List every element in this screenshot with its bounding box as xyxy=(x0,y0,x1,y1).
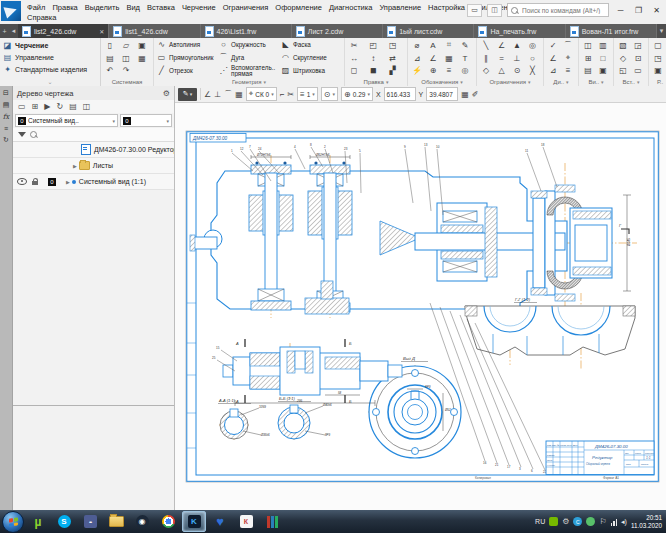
tab-list2-426[interactable]: list2_426.cdw ✕ xyxy=(18,24,109,38)
y-coordinate-field[interactable]: 39.4807 xyxy=(426,87,458,101)
move-icon[interactable]: ↔ xyxy=(347,52,361,65)
snap-perp-icon[interactable]: ⊥ xyxy=(214,90,221,99)
refresh-panel-icon[interactable]: ↻ xyxy=(3,136,9,144)
letter-dim-icon[interactable]: A xyxy=(426,39,440,52)
tolerance-icon[interactable]: ◎ xyxy=(458,65,472,78)
filter-funnel-icon[interactable] xyxy=(18,132,26,137)
taskbar-clock[interactable]: 20:51 11.03.2020 xyxy=(631,514,662,529)
preview-icon[interactable]: ◫ xyxy=(119,52,133,65)
menu-insert[interactable]: Вставка xyxy=(147,3,175,12)
section-view-icon[interactable]: ▥ xyxy=(596,39,610,52)
menu-settings[interactable]: Настройка xyxy=(428,3,465,12)
edit-mode-button[interactable]: ✎▾ xyxy=(178,88,197,101)
layer-filter-combo[interactable]: 0 ▾ xyxy=(120,114,172,127)
language-indicator[interactable]: RU xyxy=(535,518,545,525)
restore-button[interactable]: ❐ xyxy=(632,6,645,15)
mode-tab-drawing[interactable]: ◪ Черчение xyxy=(0,39,100,51)
leader-icon[interactable]: ⚡ xyxy=(410,65,424,78)
insert-corner-icon[interactable]: ◱ xyxy=(616,65,630,78)
measure-angle-icon[interactable]: ∠ xyxy=(546,52,560,65)
tab-1st-list[interactable]: 1ый лист.cdw xyxy=(383,24,474,38)
table-icon[interactable]: ▦ xyxy=(442,52,456,65)
tab-close-icon[interactable]: ✕ xyxy=(99,28,104,35)
filled-view-icon[interactable]: ▣ xyxy=(596,65,610,78)
trim-icon[interactable]: ✂ xyxy=(347,39,361,52)
params-panel-icon[interactable]: ▤ xyxy=(3,101,10,109)
datum-icon[interactable]: ⊕ xyxy=(426,65,440,78)
screen-mode-icon[interactable]: ◫ xyxy=(487,4,502,17)
copy-icon[interactable]: ◻ xyxy=(347,65,361,78)
gear-icon[interactable]: ⚙ xyxy=(163,89,170,98)
ortho-icon[interactable]: ⌐ xyxy=(280,90,285,99)
minimize-button[interactable]: ─ xyxy=(614,6,627,15)
tree-panel-icon[interactable]: ⊟ xyxy=(3,89,9,97)
corner-tool-icon[interactable]: ◳ xyxy=(651,52,665,65)
tree-tool-grid-icon[interactable]: ⊞ xyxy=(32,102,39,111)
modes-collapse-icon[interactable]: ⌄ xyxy=(0,78,100,86)
menu-select[interactable]: Выделить xyxy=(85,3,120,12)
view-filter-combo[interactable]: 0 Системный вид.. ▾ xyxy=(15,114,118,127)
redo-icon[interactable]: ↷ xyxy=(119,65,133,78)
command-search[interactable] xyxy=(507,3,609,17)
coordinate-system-combo[interactable]: ⌖СК 0▾ xyxy=(246,87,277,101)
tree-item-sheets[interactable]: ▶ Листы xyxy=(13,158,174,174)
frame-tool-icon[interactable]: ▢ xyxy=(651,39,665,52)
rounding-icon[interactable]: ▦ xyxy=(461,90,469,99)
tree-tool-image-icon[interactable]: ▤ xyxy=(69,102,77,111)
mode-tab-management[interactable]: ▤ Управление xyxy=(0,51,100,63)
start-button[interactable] xyxy=(2,511,24,533)
tool-fillet[interactable]: ◠Скругление xyxy=(280,52,340,65)
tool-chamfer[interactable]: ◣Фаска xyxy=(280,39,340,52)
sheet-icon[interactable]: ▤ xyxy=(581,65,595,78)
array-icon[interactable]: ◳ xyxy=(386,39,400,52)
tree-item-document[interactable]: ДМ426-07.30.00 Редуктор xyxy=(13,142,174,158)
menu-view[interactable]: Вид xyxy=(126,3,140,12)
menu-management[interactable]: Управление xyxy=(379,3,421,12)
measure-arc-icon[interactable]: ⌒ xyxy=(561,39,575,52)
menu-edit[interactable]: Правка xyxy=(52,3,77,12)
taskbar-heart-app[interactable]: ♥ xyxy=(208,511,232,532)
taskbar-winrar[interactable] xyxy=(260,511,284,532)
perpendicular-icon[interactable]: ⊥ xyxy=(510,52,524,65)
eyedropper-icon[interactable]: ✐ xyxy=(472,90,479,99)
roughness-icon[interactable]: ≡ xyxy=(442,65,456,78)
settings-tray-icon[interactable]: ⚙ xyxy=(562,517,569,526)
visibility-eye-icon[interactable] xyxy=(17,178,27,185)
taskbar-kompas-active[interactable]: K xyxy=(182,511,206,532)
tangent-icon[interactable]: ◎ xyxy=(526,39,540,52)
text-icon[interactable]: ✎ xyxy=(458,39,472,52)
tab-list1-426[interactable]: list1_426.cdw xyxy=(109,24,200,38)
taskbar-kompas-doc[interactable]: К xyxy=(234,511,258,532)
target-icon[interactable]: ⌖ xyxy=(561,52,575,65)
tab-vovan-itog[interactable]: Вован-Л1 итог.frw xyxy=(566,24,657,38)
diameter-dim-icon[interactable]: ⌀ xyxy=(410,39,424,52)
panel-divider[interactable] xyxy=(13,405,174,406)
concentric-icon[interactable]: ⊙ xyxy=(510,65,524,78)
tree-item-system-view[interactable]: 0 ▶ Системный вид (1:1) xyxy=(13,174,174,190)
insert-frame-icon[interactable]: ⊡ xyxy=(631,52,645,65)
tab-426-list1[interactable]: 426\List1.frw xyxy=(201,24,292,38)
triangle-constraint-icon[interactable]: △ xyxy=(495,65,509,78)
insert-fragment-icon[interactable]: ▧ xyxy=(616,39,630,52)
angle-constraint-icon[interactable]: ∠ xyxy=(495,39,509,52)
list-icon[interactable]: ≡ xyxy=(561,65,575,78)
mode-tab-standard-parts[interactable]: ✦ Стандартные изделия xyxy=(0,63,100,75)
fix-icon[interactable]: ▲ xyxy=(510,39,524,52)
tab-list-icon[interactable]: ▾ xyxy=(657,24,666,38)
insert-shape-icon[interactable]: ◇ xyxy=(616,52,630,65)
new-doc-icon[interactable]: ▯ xyxy=(103,39,117,52)
network-icon[interactable] xyxy=(611,518,618,526)
new-document-tab-button[interactable]: + xyxy=(0,24,9,38)
taskbar-skype[interactable]: S xyxy=(52,511,76,532)
menu-constraints[interactable]: Ограничения xyxy=(223,3,269,12)
menu-file[interactable]: Файл xyxy=(27,3,45,12)
taskbar-explorer[interactable] xyxy=(104,511,128,532)
layers-panel-icon[interactable]: ≡ xyxy=(4,125,8,132)
point-constraint-icon[interactable]: ○ xyxy=(526,52,540,65)
taskbar-chrome[interactable] xyxy=(156,511,180,532)
tool-hatch[interactable]: ▨Штриховка xyxy=(280,65,340,78)
tab-na-pechat[interactable]: На_печать.frw xyxy=(474,24,565,38)
tool-construction-line[interactable]: ⋰Вспомогатель.. прямая xyxy=(218,65,278,78)
swap-icon[interactable]: ⇄ xyxy=(386,52,400,65)
layer-combo[interactable]: ≡1▾ xyxy=(297,87,318,101)
